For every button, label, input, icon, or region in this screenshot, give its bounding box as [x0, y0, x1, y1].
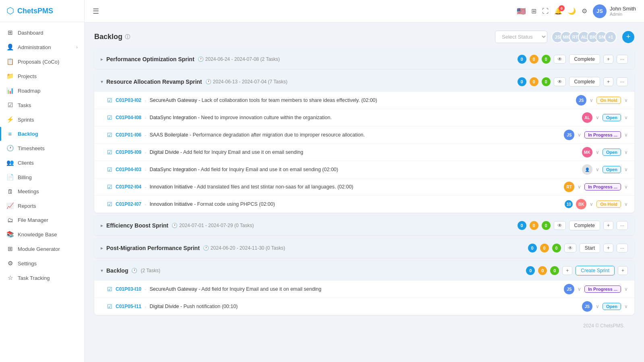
task-check-C01P02-I07[interactable]: ☑ [107, 201, 112, 207]
sidebar-item-dashboard[interactable]: ⊞ Dashboard [0, 25, 84, 40]
task-status-C01P02-I07[interactable]: On Hold [596, 201, 621, 208]
sprint-header-sprint2[interactable]: ▾ Resource Allocation Revamp Sprint 🕐 20… [94, 72, 634, 91]
fullscreen-icon[interactable]: ⛶ [542, 8, 549, 15]
task-check-C01P03-I02[interactable]: ☑ [107, 97, 112, 103]
task-check-C01P04-I03[interactable]: ☑ [107, 166, 112, 173]
sprint-eye-btn-sprint4[interactable]: 👁 [564, 244, 576, 252]
menu-toggle-icon[interactable]: ☰ [93, 7, 99, 16]
task-check-C01P02-I04[interactable]: ☑ [107, 184, 112, 190]
task-status-C01P03-I10[interactable]: In Progress ... [584, 285, 621, 293]
task-id-C01P04-I08[interactable]: C01P04-I08 [116, 115, 141, 120]
task-status-C01P04-I03[interactable]: Open [603, 166, 621, 173]
task-status-C01P02-I04[interactable]: In Progress ... [584, 183, 621, 190]
sprint-more-btn-sprint1[interactable]: ··· [617, 55, 628, 64]
sprint-toggle-sprint2[interactable]: ▾ [101, 79, 103, 85]
task-expand-btn-C01P02-I04[interactable]: ∨ [578, 184, 581, 190]
task-expand-btn-C01P03-I10[interactable]: ∨ [578, 286, 581, 292]
sidebar-logo[interactable]: ⬡ ChetsPMS [0, 0, 84, 22]
backlog-add-btn2-backlog[interactable]: + [618, 266, 628, 275]
sidebar-item-settings[interactable]: ⚙ Settings [0, 256, 84, 271]
task-check-C01P03-I10[interactable]: ☑ [107, 286, 112, 292]
task-expand-btn-C01P02-I07[interactable]: ∨ [590, 201, 593, 207]
sidebar-item-tasks[interactable]: ☑ Tasks [0, 98, 84, 112]
sprint-add-btn-sprint4[interactable]: + [603, 244, 613, 252]
task-expand-btn-C01P04-I08[interactable]: ∨ [596, 115, 599, 120]
sprint-header-sprint3[interactable]: ▸ Efficiency Boost Sprint 🕐 2024-07-01 -… [94, 216, 634, 235]
sidebar-item-proposals[interactable]: 📋 Proposals (CoCo) [0, 54, 84, 69]
notification-icon[interactable]: 🔔 0 [554, 7, 562, 15]
sprint-add-btn-sprint1[interactable]: + [603, 55, 613, 64]
task-id-C01P05-I11[interactable]: C01P05-I11 [116, 304, 141, 309]
sprint-header-sprint4[interactable]: ▸ Post-Migration Performance Sprint 🕐 20… [94, 238, 634, 258]
task-status-C01P01-I06[interactable]: In Progress ... [584, 131, 621, 139]
member-avatar-more[interactable]: +1 [605, 31, 617, 43]
add-member-button[interactable]: + [622, 31, 634, 43]
task-status-chevron-C01P02-I07[interactable]: ∨ [624, 201, 628, 207]
sidebar-item-knowledge-base[interactable]: 📚 Knowledge Base [0, 227, 84, 242]
sprint-toggle-sprint4[interactable]: ▸ [101, 245, 103, 251]
task-status-chevron-C01P05-I09[interactable]: ∨ [624, 149, 628, 155]
sidebar-item-task-tracking[interactable]: ☆ Task Tracking [0, 271, 84, 285]
task-check-C01P05-I09[interactable]: ☑ [107, 149, 112, 155]
task-id-C01P03-I10[interactable]: C01P03-I10 [116, 286, 141, 292]
task-check-C01P04-I08[interactable]: ☑ [107, 114, 112, 121]
task-status-C01P04-I08[interactable]: Open [603, 114, 621, 121]
sidebar-item-projects[interactable]: 📁 Projects [0, 69, 84, 83]
sprint-action-btn-sprint4[interactable]: Start [580, 243, 600, 253]
sidebar-item-sprints[interactable]: ⚡ Sprints [0, 112, 84, 127]
task-id-C01P03-I02[interactable]: C01P03-I02 [116, 97, 141, 103]
backlog-add-btn-backlog[interactable]: + [562, 266, 572, 275]
sidebar-item-billing[interactable]: 📄 Billing [0, 170, 84, 184]
task-expand-btn-C01P04-I03[interactable]: ∨ [596, 167, 599, 172]
task-expand-btn-C01P05-I09[interactable]: ∨ [596, 149, 599, 155]
task-id-C01P04-I03[interactable]: C01P04-I03 [116, 167, 141, 172]
task-status-chevron-C01P01-I06[interactable]: ∨ [624, 132, 628, 138]
sprint-more-btn-sprint2[interactable]: ··· [617, 77, 628, 86]
task-id-C01P02-I04[interactable]: C01P02-I04 [116, 184, 141, 190]
sidebar-item-clients[interactable]: 👥 Clients [0, 155, 84, 170]
settings-icon[interactable]: ⚙ [582, 7, 587, 15]
sidebar-item-backlog[interactable]: ≡ Backlog [0, 127, 84, 141]
sprint-action-btn-sprint2[interactable]: Complete [569, 77, 600, 87]
create-sprint-btn[interactable]: Create Sprint [576, 266, 615, 275]
task-check-C01P01-I06[interactable]: ☑ [107, 132, 112, 138]
task-status-chevron-C01P03-I10[interactable]: ∨ [624, 286, 628, 292]
task-expand-btn-C01P03-I02[interactable]: ∨ [590, 97, 593, 103]
sprint-toggle-sprint1[interactable]: ▸ [101, 56, 103, 62]
task-id-C01P02-I07[interactable]: C01P02-I07 [116, 201, 141, 207]
task-status-chevron-C01P02-I04[interactable]: ∨ [624, 184, 628, 190]
sprint-toggle-backlog[interactable]: ▾ [101, 268, 103, 273]
sprint-add-btn-sprint3[interactable]: + [603, 221, 613, 230]
task-status-chevron-C01P04-I08[interactable]: ∨ [624, 115, 628, 120]
sidebar-item-file-manager[interactable]: 🗂 File Manager [0, 213, 84, 227]
sprint-header-sprint1[interactable]: ▸ Performance Optimization Sprint 🕐 2024… [94, 50, 634, 69]
task-status-C01P05-I09[interactable]: Open [603, 149, 621, 156]
user-profile[interactable]: JS John Smith Admin [593, 4, 636, 18]
sprint-action-btn-sprint1[interactable]: Complete [569, 54, 600, 64]
task-check-C01P05-I11[interactable]: ☑ [107, 303, 112, 310]
sidebar-item-timesheets[interactable]: 🕐 Timesheets [0, 141, 84, 155]
sidebar-item-module-generator[interactable]: ⊞ Module Generator [0, 242, 84, 256]
task-status-C01P03-I02[interactable]: On Hold [596, 97, 621, 104]
sprint-action-btn-sprint3[interactable]: Complete [569, 221, 600, 230]
sprint-eye-btn-sprint2[interactable]: 👁 [554, 77, 566, 86]
task-status-C01P05-I11[interactable]: Open [603, 303, 621, 310]
sprint-add-btn-sprint2[interactable]: + [603, 77, 613, 86]
sprint-toggle-sprint3[interactable]: ▸ [101, 223, 103, 228]
sprint-eye-btn-sprint3[interactable]: 👁 [554, 221, 566, 230]
sidebar-item-reports[interactable]: 📈 Reports [0, 199, 84, 213]
task-id-C01P05-I09[interactable]: C01P05-I09 [116, 149, 141, 155]
task-status-chevron-C01P04-I03[interactable]: ∨ [624, 167, 628, 172]
grid-icon[interactable]: ⊞ [531, 7, 536, 15]
sidebar-item-administration[interactable]: 👤 Administration › [0, 40, 84, 54]
task-expand-btn-C01P05-I11[interactable]: ∨ [596, 304, 599, 309]
sprint-header-backlog[interactable]: ▾ Backlog 🕐 (2 Tasks) 0 0 0 + Create Spr… [94, 261, 634, 280]
language-flag[interactable]: 🇺🇸 [517, 7, 526, 16]
sprint-more-btn-sprint4[interactable]: ··· [617, 244, 628, 252]
sidebar-item-meetings[interactable]: 🗓 Meetings [0, 184, 84, 199]
task-expand-btn-C01P01-I06[interactable]: ∨ [578, 132, 581, 138]
task-id-C01P01-I06[interactable]: C01P01-I06 [116, 132, 141, 138]
status-select[interactable]: Select Status Complete In Progress Open … [495, 31, 547, 43]
sidebar-item-roadmap[interactable]: 📊 Roadmap [0, 83, 84, 98]
task-status-chevron-C01P03-I02[interactable]: ∨ [624, 97, 628, 103]
